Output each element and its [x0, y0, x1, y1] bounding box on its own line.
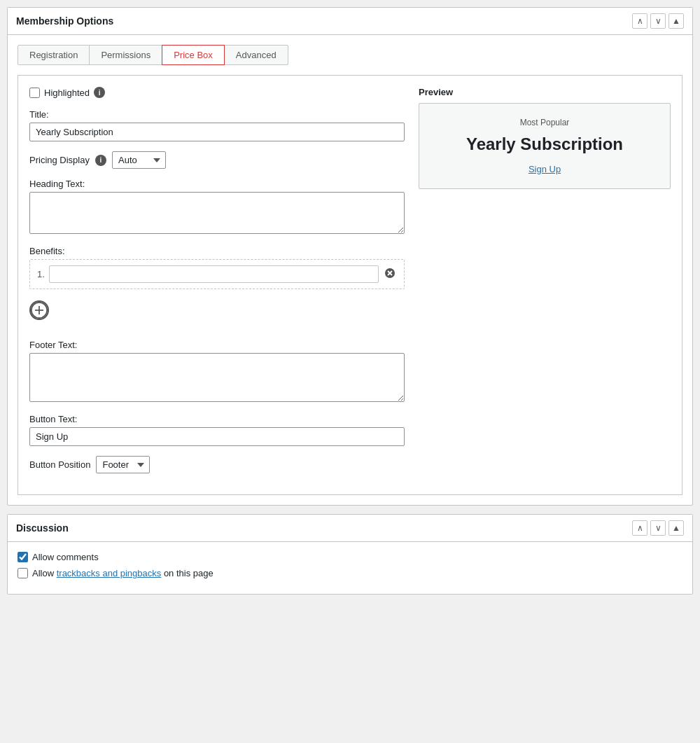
footer-text-label: Footer Text: — [29, 340, 405, 350]
benefit-row-1: 1. — [37, 265, 397, 283]
allow-comments-label: Allow comments — [32, 552, 99, 562]
membership-panel-header: Membership Options ∧ ∨ ▲ — [8, 8, 692, 35]
title-group: Title: — [29, 109, 405, 141]
benefits-container: 1. — [29, 259, 405, 289]
discussion-body: Allow comments Allow trackbacks and ping… — [8, 542, 692, 594]
heading-text-group: Heading Text: — [29, 179, 405, 236]
panel-collapse-button[interactable]: ▲ — [668, 13, 684, 29]
membership-options-panel: Membership Options ∧ ∨ ▲ Registration Pe… — [7, 7, 693, 506]
footer-text-group: Footer Text: — [29, 340, 405, 404]
panel-down-button[interactable]: ∨ — [650, 13, 666, 29]
heading-text-input[interactable] — [29, 192, 405, 234]
preview-signup-link[interactable]: Sign Up — [528, 164, 561, 174]
button-position-row: Button Position Header Footer — [29, 456, 405, 473]
button-position-select[interactable]: Header Footer — [96, 456, 150, 473]
footer-text-input[interactable] — [29, 353, 405, 402]
title-label: Title: — [29, 109, 405, 120]
two-column-layout: Highlighted i Title: Pricing Display i A… — [29, 87, 671, 483]
preview-most-popular: Most Popular — [433, 118, 656, 127]
left-column: Highlighted i Title: Pricing Display i A… — [29, 87, 405, 483]
allow-trackbacks-row: Allow trackbacks and pingbacks on this p… — [18, 568, 682, 578]
benefits-group: Benefits: 1. — [29, 246, 405, 330]
preview-box: Most Popular Yearly Subscription Sign Up — [419, 103, 671, 189]
highlighted-row: Highlighted i — [29, 87, 405, 98]
right-column: Preview Most Popular Yearly Subscription… — [419, 87, 671, 483]
benefit-input-1[interactable] — [49, 265, 379, 283]
discussion-panel-title: Discussion — [16, 522, 69, 534]
tabs-container: Registration Permissions Price Box Advan… — [18, 45, 682, 65]
benefits-label: Benefits: — [29, 246, 405, 256]
highlighted-label: Highlighted — [44, 88, 90, 98]
button-text-input[interactable] — [29, 427, 405, 446]
button-text-label: Button Text: — [29, 414, 405, 424]
tab-advanced[interactable]: Advanced — [224, 45, 288, 65]
allow-comments-checkbox[interactable] — [18, 552, 28, 562]
title-input[interactable] — [29, 123, 405, 141]
discussion-panel-header: Discussion ∧ ∨ ▲ — [8, 515, 692, 542]
heading-text-label: Heading Text: — [29, 179, 405, 189]
remove-icon — [384, 268, 396, 279]
pricing-display-info-icon[interactable]: i — [95, 155, 106, 166]
pricing-display-select[interactable]: Auto Manual Hidden — [112, 151, 166, 169]
membership-panel-title: Membership Options — [16, 15, 113, 27]
panel-up-button[interactable]: ∧ — [632, 13, 648, 29]
discussion-down-button[interactable]: ∨ — [650, 520, 666, 536]
discussion-up-button[interactable]: ∧ — [632, 520, 648, 536]
highlighted-info-icon[interactable]: i — [94, 87, 105, 98]
add-benefit-button[interactable] — [29, 300, 49, 320]
allow-trackbacks-label: Allow trackbacks and pingbacks on this p… — [32, 568, 214, 578]
price-box-content: Highlighted i Title: Pricing Display i A… — [18, 75, 682, 495]
tab-price-box[interactable]: Price Box — [162, 45, 225, 65]
pricing-display-label: Pricing Display — [29, 155, 90, 165]
tab-registration[interactable]: Registration — [18, 45, 90, 65]
allow-trackbacks-checkbox[interactable] — [18, 568, 28, 578]
preview-title: Yearly Subscription — [433, 134, 656, 154]
discussion-panel: Discussion ∧ ∨ ▲ Allow comments Allow tr… — [7, 514, 693, 595]
discussion-collapse-button[interactable]: ▲ — [668, 520, 684, 536]
benefit-number-1: 1. — [37, 269, 45, 279]
membership-panel-body: Registration Permissions Price Box Advan… — [8, 35, 692, 505]
remove-benefit-button[interactable] — [383, 268, 397, 281]
pricing-display-row: Pricing Display i Auto Manual Hidden — [29, 151, 405, 169]
allow-comments-row: Allow comments — [18, 552, 682, 562]
add-icon — [31, 300, 48, 320]
highlighted-checkbox[interactable] — [29, 88, 40, 98]
button-text-group: Button Text: — [29, 414, 405, 446]
trackbacks-link[interactable]: trackbacks and pingbacks — [57, 568, 162, 578]
tab-permissions[interactable]: Permissions — [89, 45, 162, 65]
button-position-label: Button Position — [29, 459, 90, 470]
discussion-panel-controls: ∧ ∨ ▲ — [632, 520, 684, 536]
preview-label: Preview — [419, 87, 671, 97]
panel-controls: ∧ ∨ ▲ — [632, 13, 684, 29]
